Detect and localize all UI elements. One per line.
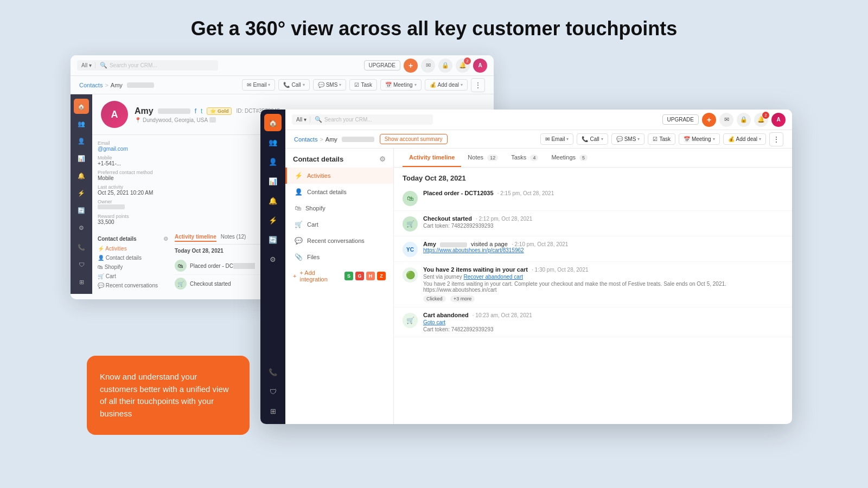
bg-upgrade-button[interactable]: UPGRADE bbox=[364, 60, 400, 70]
bg-email-icon[interactable]: ✉ bbox=[421, 59, 435, 73]
fg-body: Contact details ⚙ ⚡ Activities 👤 Contact… bbox=[285, 149, 792, 424]
bg-nav-grid[interactable]: ⊞ bbox=[74, 274, 89, 290]
fg-nav-files[interactable]: 📎 Files bbox=[285, 249, 393, 265]
fg-nav-shield[interactable]: 🛡 bbox=[264, 383, 282, 400]
fg-call-action[interactable]: 📞 Call ▾ bbox=[577, 133, 608, 145]
fg-add-integration-label: + Add integration bbox=[299, 269, 339, 282]
fg-avatar[interactable]: A bbox=[771, 113, 786, 127]
bg-task-action[interactable]: ☑ Task bbox=[349, 79, 377, 91]
fg-sms-action[interactable]: 💬 SMS ▾ bbox=[611, 133, 645, 145]
fg-meeting-action[interactable]: 📅 Meeting ▾ bbox=[679, 133, 720, 145]
fg-nav-person[interactable]: 👤 bbox=[264, 153, 282, 170]
timeline-item-checkout: 🛒 Checkout started · 2:12 pm, Oct 28, 20… bbox=[394, 211, 792, 236]
fg-lock-icon[interactable]: 🔒 bbox=[737, 113, 751, 127]
fg-task-action[interactable]: ☑ Task bbox=[648, 133, 675, 145]
fg-tab-notes[interactable]: Notes 12 bbox=[461, 149, 505, 167]
bg-email-action[interactable]: ✉ Email ▾ bbox=[242, 79, 275, 91]
bg-sms-action[interactable]: 💬 SMS ▾ bbox=[313, 79, 347, 91]
fg-tabs-bar: Activity timeline Notes 12 Tasks 4 Meeti… bbox=[394, 149, 792, 168]
fg-more-button[interactable]: ⋮ bbox=[769, 132, 783, 146]
fg-recover-cart-link[interactable]: Recover abandoned cart bbox=[464, 274, 524, 280]
bg-gold-badge: ⭐ Gold bbox=[207, 107, 232, 115]
fg-files-label: Files bbox=[307, 254, 320, 260]
fg-activities-label: Activities bbox=[307, 172, 330, 179]
fg-journey-sub1: Sent via journey Recover abandoned cart bbox=[423, 274, 783, 280]
timeline-item-cartabandoned: 🛒 Cart abandoned · 10:23 am, Oct 28, 202… bbox=[394, 307, 792, 337]
fg-nav-shopify[interactable]: 🛍 Shopify bbox=[285, 200, 393, 216]
fg-cart-label: Cart bbox=[307, 221, 318, 228]
bg-nav-shield[interactable]: 🛡 bbox=[74, 257, 89, 272]
fg-nav-settings[interactable]: ⚙ bbox=[264, 251, 282, 268]
fg-checkout-title: Checkout started · 2:12 pm, Oct 28, 2021 bbox=[423, 215, 783, 222]
fg-page-link[interactable]: https://www.aboutshoes.in/p/cart/8315962 bbox=[423, 247, 783, 253]
fg-nav-grid[interactable]: ⊞ bbox=[264, 402, 282, 420]
fg-recentconversations-icon: 💬 bbox=[295, 237, 303, 245]
bg-adddeal-action[interactable]: 💰 Add deal ▾ bbox=[425, 79, 468, 91]
fg-nav-contacts[interactable]: 👥 bbox=[264, 133, 282, 151]
fg-nav-activities[interactable]: ⚡ Activities bbox=[285, 168, 393, 184]
fg-page-title: Amy visited a page · 2:10 pm, Oct 28, 20… bbox=[423, 241, 783, 247]
fg-nav-refresh[interactable]: 🔄 bbox=[264, 231, 282, 248]
fg-order-content: Placed order - DCT12035 · 2:15 pm, Oct 2… bbox=[423, 190, 783, 196]
fg-tab-activity[interactable]: Activity timeline bbox=[403, 149, 461, 167]
bg-contact-info: Amy f t ⭐ Gold ID: DCT#3578945 📍 Dundywo… bbox=[135, 106, 280, 123]
bg-nav-refresh[interactable]: 🔄 bbox=[74, 203, 89, 218]
fg-upgrade-button[interactable]: UPGRADE bbox=[662, 114, 699, 125]
bg-nav-phone[interactable]: 📞 bbox=[74, 240, 89, 255]
screenshots-container: All ▾ 🔍 Search your CRM... UPGRADE + ✉ 🔒… bbox=[54, 55, 814, 446]
fg-checkout-time: · 2:12 pm, Oct 28, 2021 bbox=[476, 216, 533, 222]
search-all-dropdown[interactable]: All ▾ bbox=[81, 62, 95, 68]
bg-add-button[interactable]: + bbox=[404, 59, 418, 73]
fg-show-account-button[interactable]: Show account summary bbox=[380, 134, 448, 144]
bg-avatar[interactable]: A bbox=[473, 59, 487, 73]
bg-nav-funnel[interactable]: 📊 bbox=[74, 151, 89, 166]
fg-nav-phone[interactable]: 📞 bbox=[264, 363, 282, 381]
fg-add-button[interactable]: + bbox=[702, 113, 716, 127]
fg-nav-cart[interactable]: 🛒 Cart bbox=[285, 216, 393, 233]
fg-order-title: Placed order - DCT12035 · 2:15 pm, Oct 2… bbox=[423, 190, 783, 196]
bg-nav-lightning[interactable]: ⚡ bbox=[74, 185, 89, 201]
fg-cartab-icon: 🛒 bbox=[403, 313, 418, 328]
bg-nav-contacts[interactable]: 👥 bbox=[74, 116, 89, 131]
fg-nav-recentconversations[interactable]: 💬 Recent conversations bbox=[285, 233, 393, 249]
bg-nav-home[interactable]: 🏠 bbox=[74, 99, 89, 114]
fg-adddeal-action[interactable]: 💰 Add deal ▾ bbox=[723, 133, 766, 145]
bg-nav-person[interactable]: 👤 bbox=[74, 133, 89, 149]
bg-call-action[interactable]: 📞 Call ▾ bbox=[278, 79, 309, 91]
fg-search-all-dropdown[interactable]: All ▾ bbox=[296, 117, 310, 123]
bg-bell-icon[interactable]: 🔔 2 bbox=[456, 59, 470, 73]
fg-goto-cart-link[interactable]: Goto cart bbox=[423, 319, 445, 325]
fg-tab-meetings[interactable]: Meetings 5 bbox=[545, 149, 594, 167]
fg-email-action[interactable]: ✉ Email ▾ bbox=[540, 133, 573, 145]
fg-journey-sub2: You have 2 items waiting in your cart. C… bbox=[423, 281, 783, 293]
bg-meeting-action[interactable]: 📅 Meeting ▾ bbox=[380, 79, 422, 91]
fg-main: All ▾ 🔍 Search your CRM... UPGRADE + ✉ 🔒… bbox=[285, 110, 792, 424]
bg-nav-settings[interactable]: ⚙ bbox=[74, 220, 89, 235]
fg-order-icon: 🛍 bbox=[403, 191, 418, 206]
fg-breadcrumb-name: Amy bbox=[326, 136, 337, 143]
fg-email-icon[interactable]: ✉ bbox=[719, 113, 733, 127]
fg-add-integration[interactable]: + + Add integration S G H Z bbox=[285, 265, 393, 287]
fg-tag-clicked: Clicked bbox=[423, 296, 446, 302]
fg-nav-funnel[interactable]: 📊 bbox=[264, 172, 282, 190]
fg-tab-tasks[interactable]: Tasks 4 bbox=[505, 149, 545, 167]
fg-tag-more[interactable]: +3 more bbox=[450, 296, 475, 302]
fg-nav-bell[interactable]: 🔔 bbox=[264, 192, 282, 209]
bg-nav-bell[interactable]: 🔔 bbox=[74, 168, 89, 183]
fg-action-bar: ✉ Email ▾ 📞 Call ▾ 💬 SMS ▾ ☑ Task 📅 Meet… bbox=[540, 132, 783, 146]
bg-more-button[interactable]: ⋮ bbox=[471, 78, 485, 92]
fg-contacts-link[interactable]: Contacts bbox=[294, 136, 317, 143]
bg-contacts-link[interactable]: Contacts bbox=[79, 82, 103, 88]
fg-nav-lightning[interactable]: ⚡ bbox=[264, 211, 282, 229]
fg-search[interactable]: All ▾ 🔍 Search your CRM... bbox=[292, 114, 433, 125]
fg-bell-icon[interactable]: 🔔 2 bbox=[754, 113, 768, 127]
fg-notification-badge: 2 bbox=[762, 112, 769, 119]
fg-nav-contactdetails[interactable]: 👤 Contact details bbox=[285, 184, 393, 200]
timeline-item-page: YC Amy visited a page · 2:10 pm, Oct 28,… bbox=[394, 236, 792, 262]
bg-lock-icon[interactable]: 🔒 bbox=[438, 59, 452, 73]
fg-nav-home[interactable]: 🏠 bbox=[264, 114, 282, 131]
bg-search[interactable]: All ▾ 🔍 Search your CRM... bbox=[77, 60, 218, 70]
fg-settings-icon[interactable]: ⚙ bbox=[379, 155, 386, 163]
fg-tasks-count: 4 bbox=[530, 155, 538, 161]
fg-gmail-icon: G bbox=[355, 272, 364, 280]
